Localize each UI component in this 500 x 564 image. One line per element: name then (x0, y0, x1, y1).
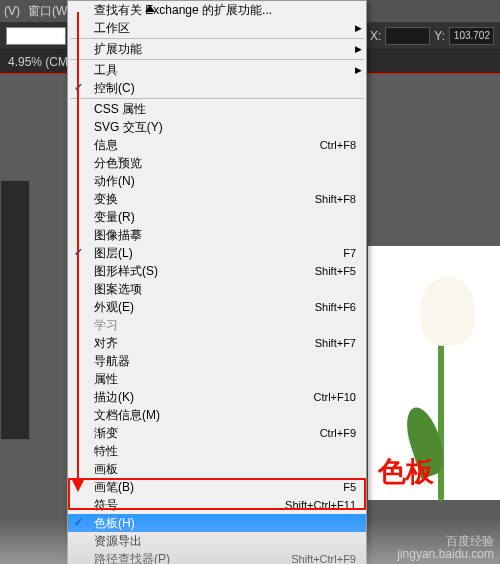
submenu-arrow-icon: ▶ (355, 23, 362, 33)
menu-item[interactable]: 导航器 (68, 352, 366, 370)
menu-shortcut: Shift+F8 (315, 193, 356, 205)
menu-item-label: 符号 (94, 497, 118, 514)
menu-item[interactable]: 特性 (68, 442, 366, 460)
menu-item-label: 导航器 (94, 353, 130, 370)
fill-swatch[interactable] (6, 27, 66, 45)
menu-item: 学习 (68, 316, 366, 334)
menu-item-label: 查找有关 Exchange 的扩展功能... (94, 2, 272, 19)
menu-item[interactable]: 图案选项 (68, 280, 366, 298)
menu-item-label: 特性 (94, 443, 118, 460)
check-icon: ✓ (74, 81, 86, 93)
window-menu-dropdown: 查找有关 Exchange 的扩展功能...工作区▶扩展功能▶工具▶✓控制(C)… (67, 0, 367, 564)
menu-item[interactable]: 外观(E)Shift+F6 (68, 298, 366, 316)
submenu-arrow-icon: ▶ (355, 44, 362, 54)
menu-item-label: 扩展功能 (94, 41, 142, 58)
menu-shortcut: Ctrl+F9 (320, 427, 356, 439)
watermark: 百度经验 jingyan.baidu.com (397, 535, 494, 561)
menu-item[interactable]: 资源导出 (68, 532, 366, 550)
menu-item[interactable]: 图像描摹 (68, 226, 366, 244)
menu-item-label: 信息 (94, 137, 118, 154)
menu-item[interactable]: 查找有关 Exchange 的扩展功能... (68, 1, 366, 19)
menu-window[interactable]: 窗口(W) (28, 3, 71, 20)
menu-item-label: 渐变 (94, 425, 118, 442)
menu-item[interactable]: 渐变Ctrl+F9 (68, 424, 366, 442)
menu-item-label: 动作(N) (94, 173, 135, 190)
check-icon: ✓ (74, 246, 86, 258)
menu-separator (70, 59, 364, 60)
menu-item-label: 外观(E) (94, 299, 134, 316)
menu-item[interactable]: 工具▶ (68, 61, 366, 79)
menu-item-label: 学习 (94, 317, 118, 334)
menu-shortcut: Shift+F7 (315, 337, 356, 349)
menu-item-label: 工具 (94, 62, 118, 79)
menu-item[interactable]: ✓控制(C) (68, 79, 366, 97)
menu-item-label: 画板 (94, 461, 118, 478)
menu-item[interactable]: 分色预览 (68, 154, 366, 172)
menu-item-label: 属性 (94, 371, 118, 388)
check-icon: ✓ (74, 516, 86, 528)
menu-shortcut: F7 (343, 247, 356, 259)
menu-item-label: 工作区 (94, 20, 130, 37)
menu-separator (70, 98, 364, 99)
menu-item[interactable]: 图形样式(S)Shift+F5 (68, 262, 366, 280)
annotation-arrow (77, 12, 79, 484)
menu-item[interactable]: 文档信息(M) (68, 406, 366, 424)
menu-item-label: 变换 (94, 191, 118, 208)
menu-item[interactable]: 变换Shift+F8 (68, 190, 366, 208)
y-field[interactable]: 103.702 (449, 27, 494, 45)
x-field[interactable] (385, 27, 430, 45)
menu-item[interactable]: CSS 属性 (68, 100, 366, 118)
menu-item[interactable]: ✓色板(H) (68, 514, 366, 532)
menu-item-label: SVG 交互(Y) (94, 119, 163, 136)
menu-item[interactable]: 画笔(B)F5 (68, 478, 366, 496)
menu-item[interactable]: 路径查找器(P)Shift+Ctrl+F9 (68, 550, 366, 564)
menu-item[interactable]: 属性 (68, 370, 366, 388)
menu-item-label: 描边(K) (94, 389, 134, 406)
menu-item-label: 分色预览 (94, 155, 142, 172)
y-label: Y: (434, 29, 445, 43)
menu-item-label: 对齐 (94, 335, 118, 352)
menu-item[interactable]: 描边(K)Ctrl+F10 (68, 388, 366, 406)
menu-item-label: 变量(R) (94, 209, 135, 226)
x-label: X: (370, 29, 381, 43)
submenu-arrow-icon: ▶ (355, 65, 362, 75)
collapsed-panel[interactable] (0, 180, 30, 440)
menu-item[interactable]: ✓图层(L)F7 (68, 244, 366, 262)
menu-item-label: CSS 属性 (94, 101, 146, 118)
watermark-line2: jingyan.baidu.com (397, 548, 494, 561)
menu-item[interactable]: 符号Shift+Ctrl+F11 (68, 496, 366, 514)
menu-item-label: 色板(H) (94, 515, 135, 532)
menu-item-label: 路径查找器(P) (94, 551, 170, 565)
menu-item[interactable]: 工作区▶ (68, 19, 366, 37)
menu-item-label: 图形样式(S) (94, 263, 158, 280)
menu-shortcut: Ctrl+F8 (320, 139, 356, 151)
menu-item-label: 图案选项 (94, 281, 142, 298)
menu-item-label: 控制(C) (94, 80, 135, 97)
menu-separator (70, 38, 364, 39)
menu-item[interactable]: SVG 交互(Y) (68, 118, 366, 136)
menu-item[interactable]: 动作(N) (68, 172, 366, 190)
menu-item-label: 图层(L) (94, 245, 133, 262)
annotation-label: 色板 (378, 453, 434, 491)
menu-item[interactable]: 信息Ctrl+F8 (68, 136, 366, 154)
menu-shortcut: F5 (343, 481, 356, 493)
menu-item[interactable]: 画板 (68, 460, 366, 478)
artwork-flower (390, 276, 490, 466)
menu-shortcut: Shift+F6 (315, 301, 356, 313)
menu-item[interactable]: 对齐Shift+F7 (68, 334, 366, 352)
menu-item[interactable]: 扩展功能▶ (68, 40, 366, 58)
menu-shortcut: Shift+F5 (315, 265, 356, 277)
menu-view[interactable]: (V) (4, 4, 20, 18)
menu-shortcut: Shift+Ctrl+F11 (285, 499, 356, 511)
menu-shortcut: Ctrl+F10 (314, 391, 357, 403)
menu-item-label: 画笔(B) (94, 479, 134, 496)
menu-item-label: 资源导出 (94, 533, 142, 550)
annotation-arrow-head (71, 478, 85, 492)
menu-item[interactable]: 变量(R) (68, 208, 366, 226)
menu-item-label: 图像描摹 (94, 227, 142, 244)
menu-shortcut: Shift+Ctrl+F9 (291, 553, 356, 564)
menu-item-label: 文档信息(M) (94, 407, 160, 424)
